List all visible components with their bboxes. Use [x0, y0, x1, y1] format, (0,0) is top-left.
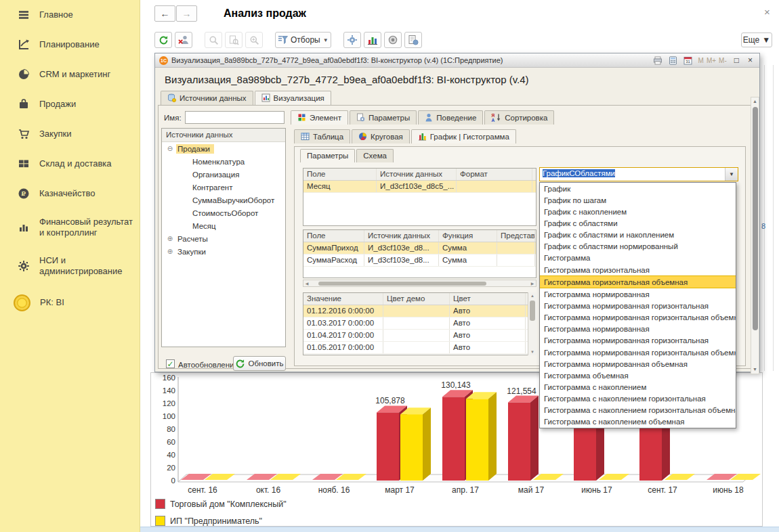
combo-dropdown-button[interactable]: ▼ — [725, 168, 738, 181]
dropdown-item[interactable]: График по шагам — [540, 194, 736, 206]
dropdown-item[interactable]: Гистограмма нормированная объемная — [540, 358, 736, 370]
table-row[interactable]: СуммаПриходИ_d3cf103e_d8...Сумма — [303, 242, 536, 254]
tab-поведение[interactable]: Поведение — [418, 110, 483, 125]
column-header[interactable]: Источник данных — [377, 169, 457, 180]
dropdown-item[interactable]: Гистограмма с накоплением горизонтальная — [540, 393, 736, 405]
gear-blue-button[interactable] — [343, 32, 361, 48]
dropdown-item[interactable]: Гистограмма нормированная — [540, 288, 736, 300]
table-row[interactable]: 01.05.2017 0:00:00Авто — [303, 342, 536, 354]
vertical-scrollbar[interactable]: ▲ ▼ — [528, 292, 536, 355]
column-header[interactable]: Формат — [457, 169, 532, 180]
name-input[interactable] — [185, 111, 285, 124]
refresh-button[interactable] — [154, 32, 172, 48]
column-header[interactable]: Цвет — [450, 293, 526, 305]
column-header[interactable]: Функция — [439, 230, 497, 242]
refresh-data-button[interactable]: Обновить — [233, 356, 286, 371]
table-row[interactable]: МесяцИ_d3cf103e_d8c5_... — [303, 181, 536, 193]
calculator-icon[interactable] — [667, 56, 679, 66]
tree-item[interactable]: СтоимостьОборот — [162, 206, 285, 219]
maximize-icon[interactable]: □ — [732, 56, 742, 65]
column-header[interactable]: Источник данных — [364, 230, 439, 242]
dropdown-item[interactable]: Гистограмма объемная — [540, 370, 736, 381]
scroll-up-icon[interactable]: ▲ — [751, 97, 759, 106]
report-button[interactable] — [404, 32, 422, 48]
dropdown-item[interactable]: Гистограмма нормированная горизонтальная… — [540, 347, 736, 358]
table-row[interactable]: 01.04.2017 0:00:00Авто — [303, 330, 536, 342]
scrollbar-thumb[interactable] — [753, 107, 758, 330]
expand-icon[interactable]: ⊕ — [166, 235, 174, 242]
scroll-left-icon[interactable]: ◀ — [303, 281, 310, 286]
sidebar-item-finrezultat[interactable]: Финансовый результат и контроллинг — [0, 208, 140, 247]
tree-item[interactable]: Организация — [162, 168, 285, 181]
autorefresh-checkbox[interactable]: ✓ — [166, 359, 175, 368]
dialog-titlebar[interactable]: 1С Визуализация_8a989bcb_727b_4772_b9ea_… — [155, 53, 759, 68]
sidebar-item-planirovanie[interactable]: Планирование — [0, 30, 140, 60]
tree-item[interactable]: ⊕Расчеты — [162, 232, 285, 245]
scroll-right-icon[interactable]: ▶ — [529, 281, 536, 286]
calendar-icon[interactable]: 31 — [682, 56, 694, 66]
tab-источники-данных[interactable]: Источники данных — [161, 91, 253, 105]
column-header[interactable]: Представление — [497, 230, 535, 242]
collapse-icon[interactable]: ⊖ — [166, 145, 174, 152]
sidebar-item-glavnoe[interactable]: Главное — [0, 0, 140, 30]
sidebar-item-kaznacheystvo[interactable]: PКазначейство — [0, 179, 140, 208]
dropdown-item[interactable]: График с областями — [540, 217, 736, 229]
horizontal-scrollbar[interactable]: ◀ ▶ — [303, 280, 536, 287]
dropdown-item[interactable]: Гистограмма нормированная горизонтальная — [540, 300, 736, 311]
filters-button[interactable]: Отборы▼ — [275, 32, 331, 48]
dropdown-item[interactable]: График с областями нормированный — [540, 241, 736, 252]
scroll-down-icon[interactable]: ▼ — [528, 349, 536, 355]
tree-item[interactable]: Номенклатура — [162, 155, 285, 168]
tree-item[interactable]: СуммаВыручкиОборот — [162, 194, 285, 206]
tree-item[interactable]: ⊖Продажи — [162, 142, 285, 155]
dropdown-item[interactable]: Гистограмма с накоплением объемная — [540, 416, 736, 428]
tab-круговая[interactable]: Круговая — [352, 129, 410, 143]
column-header[interactable]: Значение — [303, 293, 383, 305]
dropdown-item[interactable]: Гистограмма горизонтальная объемная — [540, 275, 736, 288]
tab-параметры[interactable]: Параметры — [350, 110, 417, 125]
back-button[interactable]: ← — [154, 5, 175, 22]
column-header[interactable]: Цвет демо — [383, 293, 450, 305]
dropdown-item[interactable]: График — [540, 183, 736, 194]
tab-график-гистограмма[interactable]: График | Гистограмма — [411, 129, 516, 143]
table-row[interactable]: 01.12.2016 0:00:00Авто — [303, 305, 536, 317]
close-dialog-icon[interactable]: × — [745, 56, 755, 65]
column-header[interactable]: Поле — [303, 169, 377, 180]
tab-параметры[interactable]: Параметры — [300, 149, 355, 162]
printer-icon[interactable] — [652, 56, 664, 66]
snapshot-button[interactable] — [384, 32, 402, 48]
table-row[interactable]: 01.03.2017 0:00:00Авто — [303, 317, 536, 330]
dropdown-item[interactable]: Гистограмма нормированная горизонтальная — [540, 335, 736, 347]
tab-элемент[interactable]: Элемент — [291, 110, 348, 125]
table-row[interactable]: СуммаРасходИ_d3cf103e_d8...Сумма — [303, 254, 536, 267]
sidebar-item-sklad-dostavka[interactable]: Склад и доставка — [0, 149, 140, 179]
dropdown-item[interactable]: Гистограмма нормированная — [540, 324, 736, 335]
dialog-scrollbar[interactable]: ▲ ▼ — [751, 97, 759, 374]
tab-сортировка[interactable]: ЯAСортировка — [484, 110, 554, 125]
scrollbar-thumb[interactable] — [530, 301, 535, 321]
memory-button-m[interactable]: M — [697, 57, 705, 64]
tree-item[interactable]: ⊕Закупки — [162, 245, 285, 258]
chart-bars-button[interactable] — [364, 32, 381, 48]
search-restore-button[interactable] — [245, 32, 263, 48]
forward-button[interactable]: → — [176, 5, 197, 22]
dropdown-item[interactable]: Гистограмма с накоплением горизонтальная… — [540, 405, 736, 416]
scrollbar-thumb[interactable] — [318, 282, 486, 286]
dropdown-item[interactable]: Гистограмма нормированная горизонтальная… — [540, 312, 736, 324]
column-header[interactable]: Поле — [303, 230, 364, 242]
search-button[interactable] — [205, 32, 222, 48]
dropdown-item[interactable]: Гистограмма с накоплением — [540, 381, 736, 393]
sidebar-item-crm-marketing[interactable]: CRM и маркетинг — [0, 60, 140, 89]
dropdown-item[interactable]: График с накоплением — [540, 206, 736, 217]
memory-button-m-[interactable]: M- — [717, 57, 728, 64]
tab-таблица[interactable]: Таблица — [294, 129, 350, 143]
search-doc-button[interactable] — [225, 32, 243, 48]
expand-icon[interactable]: ⊕ — [166, 248, 174, 255]
tree-item[interactable]: Месяц — [162, 219, 285, 232]
dropdown-item[interactable]: Гистограмма — [540, 252, 736, 264]
scroll-down-icon[interactable]: ▼ — [751, 365, 759, 374]
tree-item[interactable]: Контрагент — [162, 181, 285, 194]
sidebar-item-rk-bi[interactable]: РК: BI — [0, 285, 140, 320]
dropdown-item[interactable]: График с областями и накоплением — [540, 229, 736, 241]
chart-type-combo[interactable]: ГрафикСОбластями ▼ — [539, 167, 738, 181]
